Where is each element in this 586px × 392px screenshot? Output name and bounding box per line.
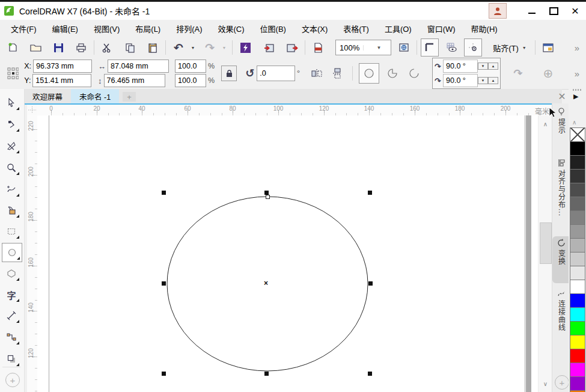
menu-effects[interactable]: 效果(C) bbox=[210, 20, 252, 37]
show-grid-button[interactable] bbox=[442, 38, 460, 57]
menu-file[interactable]: 文件(F) bbox=[3, 20, 44, 37]
search-content-button[interactable] bbox=[236, 38, 254, 57]
quick-customize-toolbox-button[interactable]: + bbox=[5, 373, 20, 387]
minimize-button[interactable] bbox=[521, 3, 543, 19]
x-position-field[interactable]: 96.373 mm bbox=[33, 60, 92, 73]
rectangle-tool[interactable] bbox=[2, 222, 21, 240]
selection-handle-top-left[interactable] bbox=[162, 191, 166, 195]
object-center-mark[interactable]: × bbox=[264, 280, 268, 287]
polygon-tool[interactable] bbox=[2, 265, 21, 283]
menu-tools[interactable]: 工具(O) bbox=[377, 20, 420, 37]
toolbar-overflow-button[interactable]: » bbox=[568, 38, 586, 57]
pie-mode-button[interactable] bbox=[383, 64, 402, 82]
color-swatch[interactable] bbox=[570, 224, 585, 239]
docker-tab-align-distribute[interactable]: 对齐与分布... bbox=[552, 156, 570, 234]
new-document-button[interactable] bbox=[4, 38, 22, 57]
color-swatch[interactable] bbox=[570, 293, 585, 308]
smart-fill-tool[interactable] bbox=[2, 201, 21, 219]
zoom-level-combo[interactable]: 100% ▼ bbox=[335, 40, 391, 55]
rotation-angle-field[interactable]: .0 bbox=[257, 66, 295, 81]
color-swatch[interactable] bbox=[570, 363, 585, 377]
end-angle-up[interactable]: ▲ bbox=[488, 77, 498, 84]
start-angle-down[interactable]: ▼ bbox=[478, 63, 488, 70]
tab-untitled-1[interactable]: 未命名 -1 bbox=[71, 89, 119, 103]
drawing-canvas[interactable]: × bbox=[37, 115, 538, 392]
color-swatch[interactable] bbox=[570, 183, 585, 197]
selection-handle-middle-left[interactable] bbox=[162, 281, 166, 286]
options-button[interactable] bbox=[539, 38, 557, 57]
menu-table[interactable]: 表格(T) bbox=[335, 20, 377, 37]
menu-bitmaps[interactable]: 位图(B) bbox=[252, 20, 294, 37]
color-swatch[interactable] bbox=[570, 266, 585, 280]
ellipse-tool[interactable] bbox=[2, 243, 22, 262]
color-swatch[interactable] bbox=[570, 252, 585, 266]
import-button[interactable] bbox=[260, 38, 278, 57]
selection-handle-bottom-center[interactable] bbox=[264, 372, 269, 376]
start-angle-field[interactable]: 90.0 ° bbox=[443, 60, 478, 73]
ellipse-node[interactable] bbox=[266, 195, 270, 199]
mirror-vertical-button[interactable] bbox=[328, 64, 346, 82]
color-swatch[interactable] bbox=[570, 376, 585, 391]
zoom-tool[interactable] bbox=[2, 159, 21, 177]
scroll-down-icon[interactable]: ∨ bbox=[539, 378, 552, 390]
dimension-tool[interactable] bbox=[2, 307, 21, 325]
end-angle-field[interactable]: 90.0 ° bbox=[443, 74, 478, 87]
object-width-field[interactable]: 87.048 mm bbox=[108, 60, 169, 73]
drop-shadow-tool[interactable] bbox=[2, 350, 21, 368]
close-button[interactable]: × bbox=[564, 3, 586, 19]
document-close-button[interactable]: ✕ bbox=[556, 90, 568, 102]
redo-dropdown[interactable]: ▼ bbox=[219, 38, 228, 57]
horizontal-ruler[interactable]: 0 20 40 60 80 100 120 140 160 180 200 毫米 bbox=[37, 105, 553, 116]
text-tool[interactable]: 字 bbox=[2, 286, 21, 304]
selection-handle-middle-right[interactable] bbox=[368, 281, 373, 286]
scale-v-field[interactable]: 100.0 bbox=[175, 74, 206, 87]
menu-edit[interactable]: 编辑(E) bbox=[44, 20, 86, 37]
crop-tool[interactable] bbox=[2, 137, 21, 155]
vertical-scrollbar[interactable]: ∧ ∨ bbox=[538, 115, 552, 392]
zoom-fullscreen-button[interactable] bbox=[395, 38, 413, 57]
color-swatch[interactable] bbox=[570, 169, 585, 183]
new-document-tab-button[interactable]: + bbox=[123, 92, 136, 102]
freehand-tool[interactable] bbox=[2, 180, 21, 198]
y-position-field[interactable]: 151.41 mm bbox=[32, 74, 91, 87]
color-swatch[interactable] bbox=[570, 307, 585, 322]
quick-customize-propbar-button[interactable]: ⊕ bbox=[539, 64, 557, 82]
arc-mode-button[interactable] bbox=[404, 64, 424, 82]
color-swatch[interactable] bbox=[570, 238, 585, 253]
selection-handle-bottom-right[interactable] bbox=[368, 372, 372, 376]
tab-welcome-screen[interactable]: 欢迎屏幕 bbox=[24, 89, 71, 103]
docker-tab-connect-curves[interactable]: 连接曲线 bbox=[552, 287, 570, 361]
color-swatch[interactable] bbox=[570, 321, 585, 335]
export-button[interactable] bbox=[283, 38, 301, 57]
color-swatch[interactable] bbox=[570, 210, 585, 225]
menu-arrange[interactable]: 排列(A) bbox=[168, 20, 210, 37]
menu-text[interactable]: 文本(X) bbox=[294, 20, 335, 37]
end-angle-down[interactable]: ▼ bbox=[478, 77, 488, 84]
selection-handle-bottom-left[interactable] bbox=[162, 372, 166, 376]
palette-grip[interactable] bbox=[573, 89, 581, 91]
selection-handle-top-right[interactable] bbox=[368, 191, 372, 195]
save-button[interactable] bbox=[49, 38, 67, 57]
menu-view[interactable]: 视图(V) bbox=[86, 20, 127, 37]
color-swatch[interactable] bbox=[570, 349, 585, 363]
color-swatch[interactable] bbox=[570, 335, 585, 349]
snap-to-dropdown[interactable]: 贴齐(T) ▼ bbox=[488, 38, 531, 57]
selection-handle-top-center[interactable] bbox=[264, 191, 269, 195]
shape-tool[interactable] bbox=[2, 115, 21, 133]
object-height-field[interactable]: 76.465 mm bbox=[104, 74, 165, 87]
snap-toggle-button[interactable] bbox=[464, 38, 482, 57]
copy-button[interactable] bbox=[121, 38, 139, 57]
vertical-ruler[interactable]: 220 200 180 160 140 120 bbox=[27, 115, 38, 392]
swatch-no-fill[interactable] bbox=[570, 127, 585, 142]
scale-h-field[interactable]: 100.0 bbox=[175, 60, 206, 73]
color-swatch[interactable] bbox=[570, 141, 585, 156]
color-swatch[interactable] bbox=[570, 197, 585, 211]
change-direction-button[interactable]: ↷ bbox=[509, 64, 527, 82]
mirror-horizontal-button[interactable] bbox=[308, 64, 326, 82]
paste-button[interactable] bbox=[144, 38, 162, 57]
undo-button[interactable]: ↶ bbox=[169, 38, 188, 57]
palette-flyout-icon[interactable]: ▶ bbox=[573, 93, 578, 100]
ellipse-object[interactable] bbox=[37, 115, 538, 392]
ellipse-mode-button[interactable] bbox=[359, 63, 379, 84]
color-swatch[interactable] bbox=[570, 155, 585, 170]
